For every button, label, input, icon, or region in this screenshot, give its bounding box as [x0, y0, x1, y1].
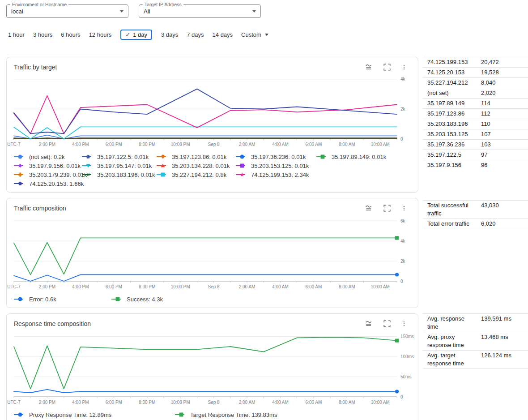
legend-item-35-197-9-156[interactable]: 35.197.9.156: 0.01k [14, 163, 82, 169]
fullscreen-icon [383, 204, 391, 212]
row-value: 110 [481, 120, 490, 128]
legend-label: 35.203.179.239: 0.01k [29, 171, 87, 178]
more-options-button[interactable] [401, 204, 407, 212]
row-label: 35.203.183.196 [427, 120, 477, 128]
legend-item-35-203-183-196[interactable]: 35.203.183.196: 0.01k [82, 171, 157, 178]
legend-label: 35.197.89.149: 0.01k [332, 154, 386, 160]
more-options-icon [401, 204, 407, 212]
chart-settings-button[interactable] [365, 204, 373, 212]
chart-settings-button[interactable] [365, 320, 373, 328]
fullscreen-button[interactable] [383, 204, 391, 212]
svg-text:2k: 2k [400, 107, 406, 111]
time-range-label: 14 days [213, 31, 233, 38]
legend-row: Error: 0.6kSuccess: 4.3k [14, 295, 411, 304]
legend-item-35-197-95-147[interactable]: 35.197.95.147: 0.01k [82, 163, 157, 169]
time-range-1-hour[interactable]: 1 hour [8, 31, 25, 38]
environment-select[interactable]: Environment or Hostname local [6, 4, 128, 18]
svg-text:10:00 PM: 10:00 PM [171, 400, 190, 405]
svg-text:Sep 8: Sep 8 [208, 142, 220, 147]
legend-label: 35.203.134.228: 0.01k [172, 163, 230, 169]
legend-label: 35.203.183.196: 0.01k [97, 171, 155, 178]
svg-text:2:00 AM: 2:00 AM [239, 142, 255, 147]
legend-item-not-set[interactable]: (not set): 0.2k [14, 154, 82, 160]
time-range-label: 3 days [161, 31, 178, 38]
legend-item-35-203-153-125[interactable]: 35.203.153.125: 0.01k [236, 163, 316, 169]
svg-text:8:00 AM: 8:00 AM [339, 142, 355, 147]
legend-item-35-227-194-212[interactable]: 35.227.194.212: 0.8k [157, 171, 236, 178]
time-range-14-days[interactable]: 14 days [213, 31, 233, 38]
fullscreen-button[interactable] [383, 320, 391, 328]
series-marker-icon [82, 172, 94, 177]
target-ip-select[interactable]: Target IP Address All [139, 4, 261, 18]
series-marker-icon [82, 163, 94, 168]
svg-text:10:00 AM: 10:00 AM [371, 284, 390, 289]
traffic-by-target-side-table: 74.125.199.15320,47274.125.20.15319,5283… [423, 57, 528, 170]
custom-caret-icon [265, 34, 268, 36]
row-value: 13.468 ms [481, 333, 508, 341]
fullscreen-button[interactable] [383, 63, 391, 71]
legend-item-35-203-179-239[interactable]: 35.203.179.239: 0.01k [14, 171, 82, 178]
chart-canvas-response-time[interactable]: 050ms100ms150msUTC-72:00 PM4:00 PM6:00 P… [14, 331, 411, 408]
series-marker-icon [157, 154, 168, 159]
traffic-by-target-row: Traffic by target 02k4kUTC-72:00 PM4:00 … [6, 57, 528, 193]
time-range-3-days[interactable]: 3 days [161, 31, 178, 38]
legend-item-74-125-20-153[interactable]: 74.125.20.153: 1.66k [14, 180, 82, 187]
legend-label: 35.197.36.236: 0.01k [251, 154, 306, 160]
svg-text:50ms: 50ms [400, 374, 411, 379]
chart-canvas-traffic-composition[interactable]: 02k4k6kUTC-72:00 PM4:00 PM6:00 PM8:00 PM… [14, 216, 411, 293]
time-range-custom[interactable]: Custom [241, 31, 268, 38]
svg-text:8:00 PM: 8:00 PM [139, 284, 155, 289]
legend-item-35-197-89-149[interactable]: 35.197.89.149: 0.01k [316, 154, 411, 160]
legend-label: Success: 4.3k [127, 296, 163, 303]
legend-item-35-197-122-5[interactable]: 35.197.122.5: 0.01k [82, 154, 157, 160]
line-chart: 02k4kUTC-72:00 PM4:00 PM6:00 PM8:00 PM10… [14, 75, 417, 150]
panel-response-time-composition: Response time composition 050ms100ms150m… [6, 313, 418, 420]
table-row: 35.197.9.15696 [423, 160, 528, 170]
svg-text:UTC-7: UTC-7 [7, 142, 21, 147]
svg-text:6:00 AM: 6:00 AM [306, 284, 322, 289]
dropdown-caret-icon [252, 10, 256, 13]
svg-text:100ms: 100ms [400, 354, 414, 359]
series-marker-icon [14, 172, 26, 177]
time-range-6-hours[interactable]: 6 hours [61, 31, 80, 38]
time-range-12-hours[interactable]: 12 hours [89, 31, 112, 38]
table-row: 74.125.199.15320,472 [423, 57, 528, 68]
panel-title: Traffic composition [14, 205, 66, 212]
row-value: 2,020 [481, 89, 496, 97]
svg-text:10:00 PM: 10:00 PM [171, 142, 190, 147]
time-range-3-hours[interactable]: 3 hours [33, 31, 52, 38]
legend-item-35-197-36-236[interactable]: 35.197.36.236: 0.01k [236, 154, 316, 160]
svg-text:2:00 AM: 2:00 AM [239, 400, 255, 405]
traffic-composition-row: Traffic composition 02k4k6kUTC-72:00 PM4… [6, 198, 528, 308]
legend-item-35-203-134-228[interactable]: 35.203.134.228: 0.01k [157, 163, 236, 169]
svg-text:10:00 AM: 10:00 AM [371, 142, 390, 147]
svg-text:6:00 PM: 6:00 PM [106, 284, 122, 289]
more-options-button[interactable] [401, 320, 407, 328]
legend-item-proxy-response-time[interactable]: Proxy Response Time: 12.89ms [14, 411, 175, 418]
legend-item-target-response-time[interactable]: Target Response Time: 139.83ms [175, 411, 411, 418]
time-range-1-day[interactable]: ✓1 day [120, 30, 152, 40]
series-marker-icon [14, 154, 26, 159]
legend-item-74-125-199-153[interactable]: 74.125.199.153: 2.34k [236, 171, 316, 178]
series-marker-icon [111, 296, 123, 302]
svg-text:UTC-7: UTC-7 [7, 284, 21, 289]
chart-settings-icon [365, 204, 373, 212]
legend-item-success[interactable]: Success: 4.3k [111, 296, 411, 303]
chart-canvas-traffic-by-target[interactable]: 02k4kUTC-72:00 PM4:00 PM6:00 PM8:00 PM10… [14, 75, 411, 150]
legend-label: 35.197.123.86: 0.01k [172, 154, 226, 160]
row-label: 74.125.20.153 [427, 69, 477, 77]
time-range-7-days[interactable]: 7 days [187, 31, 204, 38]
legend-item-35-197-123-86[interactable]: 35.197.123.86: 0.01k [157, 154, 236, 160]
apigee-analytics-dashboard: Environment or Hostname local Target IP … [0, 4, 528, 420]
line-chart: 050ms100ms150msUTC-72:00 PM4:00 PM6:00 P… [14, 331, 417, 408]
dashboard-content: Traffic by target 02k4kUTC-72:00 PM4:00 … [0, 57, 528, 420]
side-table: 74.125.199.15320,47274.125.20.15319,5283… [423, 57, 528, 170]
more-options-button[interactable] [401, 63, 407, 71]
table-row: Avg. response time139.591 ms [423, 314, 528, 332]
traffic-totals-side-table: Total successful traffic43,030Total erro… [423, 200, 528, 229]
chart-settings-button[interactable] [365, 63, 373, 71]
fullscreen-icon [383, 63, 391, 71]
legend-item-error[interactable]: Error: 0.6k [14, 296, 111, 303]
panel-header: Response time composition [14, 320, 411, 328]
row-label: 35.197.123.86 [427, 110, 477, 118]
